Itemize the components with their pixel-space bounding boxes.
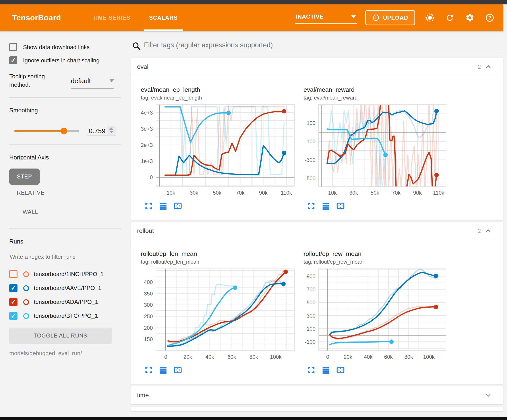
- smoothing-label: Smoothing: [9, 107, 131, 114]
- chevron-up-icon[interactable]: [484, 63, 492, 70]
- fullscreen-icon[interactable]: [144, 202, 153, 210]
- upload-button[interactable]: UPLOAD: [365, 10, 415, 25]
- axis-step-button[interactable]: STEP: [9, 169, 40, 185]
- line-chart[interactable]: 150200250300350400020k40k60k80k100k: [141, 268, 296, 360]
- chart-card: eval/mean_reward tag: eval/mean_reward 1…: [303, 86, 447, 210]
- run-row: ✓tensorboard/AAVE/PPO_1: [9, 284, 131, 292]
- svg-text:?: ?: [488, 15, 491, 21]
- svg-text:300: 300: [144, 302, 153, 308]
- ignore-outliers-label: Ignore outliers in chart scaling: [23, 57, 99, 64]
- settings-gear-icon[interactable]: [465, 13, 475, 23]
- help-icon[interactable]: ?: [485, 13, 495, 23]
- horizontal-axis-label: Horizontal Axis: [9, 154, 131, 161]
- run-color-swatch: [23, 285, 29, 291]
- desktop-edge-strip: [503, 0, 507, 420]
- svg-text:200: 200: [144, 325, 153, 331]
- info-icon: [372, 14, 380, 21]
- svg-text:70k: 70k: [236, 190, 245, 196]
- theme-brightness-icon[interactable]: [425, 13, 435, 23]
- svg-text:100: 100: [307, 326, 316, 332]
- chart-toolbar: [144, 366, 296, 374]
- fit-domain-icon[interactable]: [336, 202, 345, 210]
- tab-time-series[interactable]: TIME SERIES: [83, 4, 140, 31]
- status-dropdown[interactable]: INACTIVE: [295, 12, 357, 24]
- svg-text:3e+3: 3e+3: [141, 126, 153, 132]
- fullscreen-icon[interactable]: [307, 202, 316, 210]
- show-download-links-checkbox[interactable]: [9, 43, 17, 51]
- section-card-rollout: rollout 2 rollout/ep_len_mean tag: rollo…: [131, 222, 503, 384]
- tab-scalars[interactable]: SCALARS: [140, 4, 187, 31]
- runs-filter-input[interactable]: [9, 251, 116, 264]
- svg-text:0: 0: [150, 174, 153, 180]
- run-row: tensorboard/1INCH/PPO_1: [9, 270, 131, 278]
- svg-text:100k: 100k: [423, 354, 435, 360]
- runs-table-icon[interactable]: [322, 366, 330, 374]
- svg-text:20k: 20k: [344, 354, 352, 360]
- svg-text:90k: 90k: [259, 190, 268, 196]
- section-header-rollout[interactable]: rollout 2: [131, 222, 503, 240]
- check-icon: ✓: [10, 57, 16, 64]
- chevron-down-icon[interactable]: [484, 392, 492, 399]
- tag-filter-input[interactable]: [144, 41, 503, 53]
- refresh-icon[interactable]: [445, 13, 455, 23]
- svg-text:-100: -100: [305, 138, 316, 145]
- section-title: eval: [137, 63, 148, 70]
- chart-tag: tag: eval/mean_reward: [303, 95, 447, 101]
- fit-domain-icon[interactable]: [336, 366, 345, 374]
- svg-text:90k: 90k: [413, 190, 422, 196]
- svg-text:4e+3: 4e+3: [141, 110, 153, 116]
- svg-text:100k: 100k: [270, 354, 282, 360]
- run-checkbox[interactable]: ✓: [9, 298, 17, 306]
- run-checkbox[interactable]: ✓: [9, 284, 17, 292]
- chart-title: eval/mean_reward: [303, 86, 447, 93]
- line-chart[interactable]: 01e+32e+33e+34e+310k30k50k70k90k110k: [141, 103, 296, 196]
- chart-card: rollout/ep_rew_mean tag: rollout/ep_rew_…: [303, 250, 447, 374]
- section-header-eval[interactable]: eval 2: [131, 58, 503, 76]
- chevron-up-icon[interactable]: [484, 227, 492, 235]
- runs-table-icon[interactable]: [159, 202, 167, 210]
- smoothing-slider[interactable]: [14, 130, 79, 131]
- svg-text:80k: 80k: [404, 354, 413, 360]
- svg-text:40k: 40k: [205, 354, 214, 360]
- section-count: 2: [478, 64, 481, 70]
- smoothing-stepper[interactable]: [107, 126, 116, 135]
- run-checkbox[interactable]: ✓: [9, 312, 17, 320]
- svg-text:0: 0: [326, 354, 329, 360]
- svg-text:50k: 50k: [371, 190, 380, 196]
- run-color-swatch: [23, 313, 29, 319]
- runs-table-icon[interactable]: [159, 366, 167, 374]
- fit-domain-icon[interactable]: [174, 202, 182, 210]
- settings-sidebar: Show data download links ✓ Ignore outlie…: [0, 31, 131, 417]
- upload-button-label: UPLOAD: [383, 14, 408, 21]
- section-header-time[interactable]: time: [131, 386, 503, 404]
- svg-text:500: 500: [307, 299, 316, 305]
- axis-relative-button[interactable]: RELATIVE: [9, 185, 52, 201]
- svg-text:40k: 40k: [364, 354, 373, 360]
- run-checkbox[interactable]: [9, 270, 17, 278]
- svg-text:-100: -100: [305, 339, 316, 345]
- svg-text:1e+3: 1e+3: [141, 158, 153, 164]
- smoothing-value: 0.759: [87, 126, 107, 135]
- ignore-outliers-checkbox[interactable]: ✓: [9, 56, 17, 64]
- run-label: tensorboard/AAVE/PPO_1: [34, 285, 101, 291]
- smoothing-slider-thumb[interactable]: [60, 128, 67, 134]
- smoothing-control: 0.759: [9, 126, 131, 136]
- line-chart[interactable]: -100100300500700900020k40k60k80k100k: [303, 268, 447, 360]
- svg-text:10k: 10k: [167, 190, 175, 196]
- axis-wall-button[interactable]: WALL: [15, 204, 46, 220]
- svg-text:900: 900: [307, 273, 316, 279]
- tooltip-sorting-select[interactable]: default: [71, 76, 114, 89]
- svg-text:700: 700: [307, 286, 316, 292]
- fullscreen-icon[interactable]: [144, 366, 153, 374]
- stepper-down-icon: [109, 131, 113, 133]
- line-chart[interactable]: 100-100-300-50010k30k50k70k90k110k: [303, 103, 447, 196]
- svg-text:2e+3: 2e+3: [141, 142, 153, 148]
- runs-table-icon[interactable]: [322, 202, 330, 210]
- sidebar-divider: [9, 145, 121, 145]
- fit-domain-icon[interactable]: [174, 366, 182, 374]
- toggle-all-runs-button[interactable]: TOGGLE ALL RUNS: [9, 328, 112, 344]
- app-header: TensorBoard TIME SERIES SCALARS INACTIVE…: [0, 4, 503, 31]
- fullscreen-icon[interactable]: [307, 366, 316, 374]
- svg-text:300: 300: [307, 313, 316, 319]
- sidebar-divider: [9, 97, 121, 98]
